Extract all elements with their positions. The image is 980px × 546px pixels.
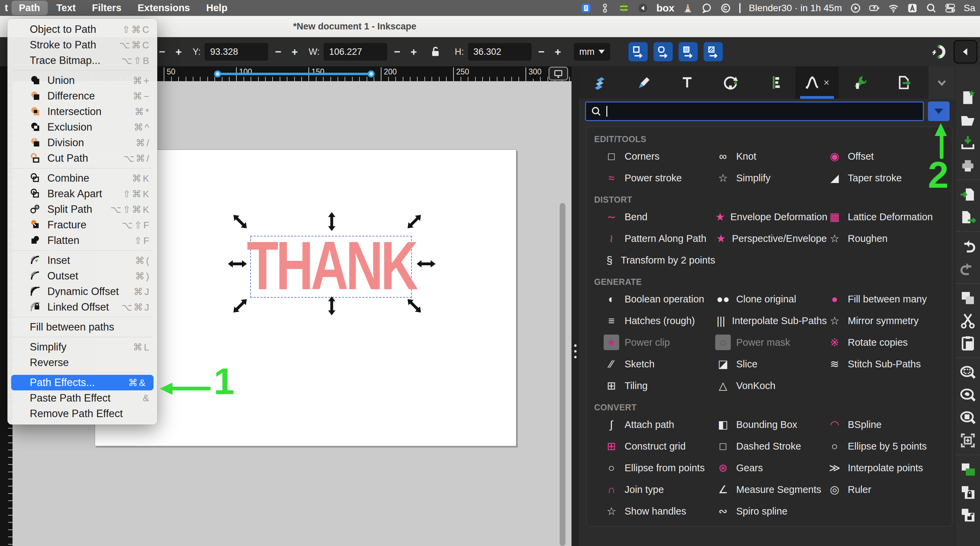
tab-layers[interactable] (579, 66, 622, 99)
effect-gears[interactable]: ⊛Gears (715, 460, 827, 476)
stepper-plus[interactable]: + (291, 46, 298, 58)
menubar-menu-filters[interactable]: Filters (84, 1, 129, 15)
effect-knot[interactable]: ∞Knot (715, 148, 827, 164)
effect-interpolate-sub-paths[interactable]: |||Interpolate Sub-Paths (715, 313, 827, 328)
effect-transform-by-2-points[interactable]: §Transform by 2 points (604, 252, 715, 268)
zoom-page-button[interactable] (960, 406, 976, 429)
effect-mirror-symmetry[interactable]: ☆Mirror symmetry (827, 313, 952, 328)
units-dropdown[interactable]: mm (574, 43, 610, 60)
w-input[interactable]: 106.227 (324, 43, 387, 60)
shortcuts-icon[interactable] (600, 3, 610, 14)
effect-fill-between-many[interactable]: ●Fill between many (827, 291, 952, 307)
selection-bounding-box[interactable]: THANK (250, 236, 412, 298)
menubar-truncated-menu[interactable]: t (5, 2, 8, 14)
effect-tiling[interactable]: ⊞Tiling (604, 378, 715, 393)
effect-simplify[interactable]: ☆Simplify (715, 170, 827, 186)
selection-handle-right[interactable] (417, 260, 436, 268)
tab-exportdoc[interactable] (882, 66, 925, 99)
effect-bounding-box[interactable]: ◧Bounding Box (715, 417, 827, 432)
menubar-menu-help[interactable]: Help (199, 1, 235, 15)
vlc-cone-icon[interactable] (682, 3, 693, 14)
effect-construct-grid[interactable]: ⊞Construct grid (604, 438, 715, 454)
tab-fillstroke[interactable] (622, 66, 665, 99)
menubar-menu-path[interactable]: Path (11, 1, 48, 15)
stepper-minus[interactable]: − (159, 46, 165, 58)
affect-gradient-toggle[interactable] (678, 42, 698, 62)
vertical-scrollbar[interactable] (560, 203, 565, 546)
effect-envelope-deformation[interactable]: ★Envelope Deformation (715, 209, 827, 224)
effect-bend[interactable]: ∼Bend (604, 209, 715, 224)
menubar-menu-text[interactable]: Text (49, 1, 83, 15)
menu-item-fracture[interactable]: Fracture⌥⇧F (8, 217, 157, 233)
unlink-clone-button[interactable] (960, 503, 976, 526)
selection-handle-left[interactable] (228, 260, 247, 268)
zoom-drawing-button[interactable] (960, 384, 976, 406)
input-source-icon[interactable] (907, 3, 918, 14)
effect-ruler[interactable]: ◎Ruler (827, 482, 952, 497)
stepper-plus[interactable]: + (555, 46, 561, 58)
menu-item-remove-path-effect[interactable]: Remove Path Effect (8, 406, 157, 422)
stepper-minus[interactable]: − (275, 46, 282, 58)
creative-cloud-icon[interactable] (720, 3, 731, 14)
menu-item-dynamic-offset[interactable]: Dynamic Offset⌘J (8, 284, 157, 299)
y-input[interactable]: 93.328 (205, 43, 268, 60)
effect-rotate-copies[interactable]: ※Rotate copies (827, 334, 952, 350)
effect-clone-original[interactable]: ●●Clone original (715, 291, 827, 307)
effect-spiro-spline[interactable]: ∾Spiro spline (715, 503, 827, 519)
menu-item-path-effects[interactable]: Path Effects...⌘& (11, 375, 154, 390)
x-stepper[interactable]: −+ (159, 46, 181, 58)
nav-back-icon[interactable] (638, 3, 648, 14)
menu-item-cut-path[interactable]: Cut Path⌥⌘/ (8, 151, 157, 166)
effect-hatches-rough[interactable]: ≡Hatches (rough) (604, 313, 715, 328)
effect-lattice-deformation[interactable]: ▦Lattice Deformation (827, 209, 952, 224)
menubar-menu-extensions[interactable]: Extensions (130, 1, 197, 15)
paste-button[interactable] (960, 332, 976, 355)
cut-button[interactable] (960, 309, 976, 332)
collapse-commandbar-button[interactable] (954, 40, 977, 64)
menu-item-combine[interactable]: Combine⌘K (8, 170, 157, 186)
effect-show-handles[interactable]: ☆Show handles (604, 503, 715, 519)
menu-item-union[interactable]: Union⌘+ (8, 73, 157, 88)
menu-item-intersection[interactable]: Intersection⌘* (8, 104, 157, 119)
tab-align[interactable] (752, 66, 795, 99)
tab-transform[interactable] (709, 66, 752, 99)
w-stepper[interactable]: −+ (394, 46, 417, 58)
menu-item-object-to-path[interactable]: Object to Path⇧⌘C (8, 22, 157, 37)
chat-bubble-icon[interactable] (702, 3, 712, 14)
effect-stitch-sub-paths[interactable]: ≋Stitch Sub-Paths (827, 356, 952, 372)
affect-corners-toggle[interactable] (653, 42, 673, 62)
menu-item-trace-bitmap[interactable]: Trace Bitmap...⌥⇧B (8, 53, 157, 68)
tab-lpe[interactable]: × (795, 66, 838, 99)
stepper-plus[interactable]: + (175, 46, 182, 58)
menu-item-paste-path-effect[interactable]: Paste Path Effect& (8, 390, 157, 406)
lpe-search-field[interactable] (585, 102, 924, 121)
menu-item-fill-between-paths[interactable]: Fill between paths (8, 319, 157, 335)
effect-pattern-along-path[interactable]: ≀Pattern Along Path (604, 231, 715, 246)
print-document-button[interactable] (960, 154, 976, 177)
export-document-button[interactable] (960, 206, 976, 228)
box-logo[interactable]: box (656, 2, 674, 14)
menu-item-simplify[interactable]: Simplify⌘L (8, 339, 157, 355)
snap-toggle-icon[interactable] (931, 44, 947, 59)
effect-dashed-stroke[interactable]: □Dashed Stroke (715, 438, 827, 454)
stepper-minus[interactable]: − (538, 46, 545, 58)
menu-item-flatten[interactable]: Flatten⇧F (8, 233, 157, 248)
menu-item-break-apart[interactable]: Break Apart⇧⌘K (8, 186, 157, 202)
copy-button[interactable] (960, 287, 976, 309)
clock-day[interactable]: Sa (964, 3, 975, 14)
tab-close-icon[interactable]: × (823, 78, 829, 88)
lock-ratio-icon[interactable] (429, 46, 441, 58)
effect-power-stroke[interactable]: ≈Power stroke (604, 170, 715, 186)
menu-item-inset[interactable]: Inset⌘( (8, 253, 157, 268)
effect-boolean-operation[interactable]: ◐Boolean operation (604, 291, 715, 307)
menu-item-stroke-to-path[interactable]: Stroke to Path⌥⌘C (8, 37, 157, 53)
effect-ellipse-from-points[interactable]: ○Ellipse from points (604, 460, 715, 476)
effect-measure-segments[interactable]: ∠Measure Segments (715, 482, 827, 497)
undo-button[interactable] (960, 235, 976, 258)
wifi-icon[interactable] (888, 3, 899, 14)
focus-status[interactable]: Blender30 · in 1h 45m (749, 3, 842, 14)
h-stepper[interactable]: −+ (538, 46, 561, 58)
selection-handle-top[interactable] (328, 212, 336, 231)
effect-bspline[interactable]: ◠BSpline (827, 417, 952, 432)
create-clone-button[interactable] (960, 481, 976, 503)
